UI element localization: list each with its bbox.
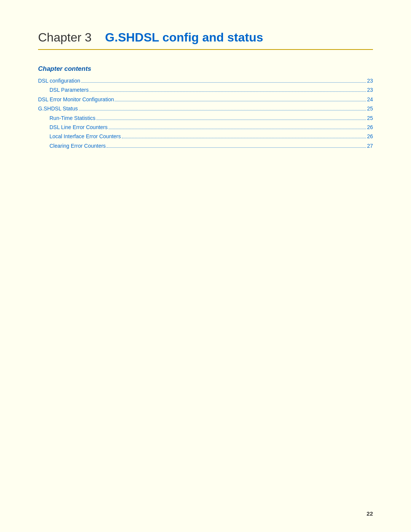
chapter-contents-section: Chapter contents DSL configuration 23 DS… [38,65,373,150]
toc-dots [108,129,366,129]
page-container: Chapter 3 G.SHDSL config and status Chap… [0,0,411,532]
toc-dots [115,101,366,101]
toc-entry: G.SHDSL Status 25 [38,104,373,113]
chapter-contents-heading: Chapter contents [38,65,373,73]
toc-page: 23 [367,86,373,94]
toc-dots [107,147,366,148]
toc-container: DSL configuration 23 DSL Parameters 23 D… [38,77,373,150]
toc-link[interactable]: DSL Line Error Counters [49,123,108,131]
toc-entry: DSL Parameters 23 [38,86,373,94]
toc-page: 23 [367,77,373,85]
toc-page: 27 [367,142,373,150]
toc-dots [79,110,366,110]
toc-link[interactable]: DSL Parameters [49,86,89,94]
toc-page: 25 [367,104,373,113]
toc-entry: DSL Line Error Counters 26 [38,123,373,131]
toc-link[interactable]: DSL Error Monitor Configuration [38,95,114,104]
toc-dots [81,82,366,83]
toc-link[interactable]: Local Interface Error Counters [49,132,121,141]
toc-link[interactable]: G.SHDSL Status [38,104,78,113]
chapter-header: Chapter 3 G.SHDSL config and status [38,30,373,50]
toc-entry: DSL Error Monitor Configuration 24 [38,95,373,104]
toc-entry: DSL configuration 23 [38,77,373,85]
toc-link[interactable]: DSL configuration [38,77,80,85]
chapter-title-bold: G.SHDSL config and status [105,30,263,44]
toc-page: 26 [367,123,373,131]
toc-page: 26 [367,132,373,141]
toc-entry: Clearing Error Counters 27 [38,142,373,150]
toc-dots [89,91,366,92]
page-number: 22 [366,510,373,517]
toc-page: 24 [367,95,373,104]
toc-dots [122,138,366,138]
toc-page: 25 [367,114,373,122]
toc-link[interactable]: Run-Time Statistics [49,114,96,122]
chapter-title: Chapter 3 G.SHDSL config and status [38,30,373,45]
chapter-label: Chapter 3 [38,30,92,44]
toc-entry: Run-Time Statistics 25 [38,114,373,122]
toc-link[interactable]: Clearing Error Counters [49,142,106,150]
toc-dots [96,120,366,120]
toc-entry: Local Interface Error Counters 26 [38,132,373,141]
